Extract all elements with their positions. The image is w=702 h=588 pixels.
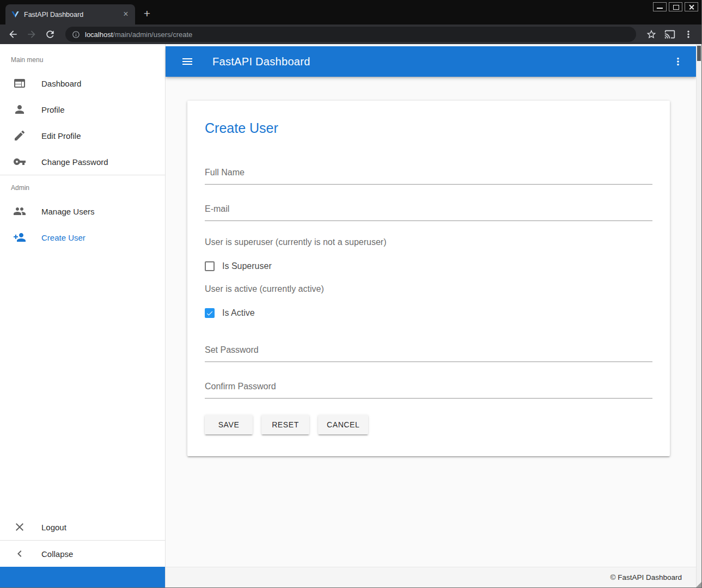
page-info-icon[interactable] xyxy=(72,30,80,39)
sidebar-item-label: Manage Users xyxy=(41,207,95,216)
full-name-field xyxy=(205,164,652,185)
page-body: Main menu Dashboard Profile Edit Profile xyxy=(0,44,701,587)
people-icon xyxy=(13,205,26,218)
confirm-password-field xyxy=(205,378,652,399)
confirm-password-input[interactable] xyxy=(205,378,652,399)
scrollbar-thumb[interactable] xyxy=(697,46,701,61)
kebab-menu-icon xyxy=(672,56,684,68)
active-checkbox-row: Is Active xyxy=(205,308,652,318)
main-area: FastAPI Dashboard Create User User is su… xyxy=(166,44,696,587)
star-icon xyxy=(646,29,657,40)
create-user-card: Create User User is superuser (currently… xyxy=(187,101,670,456)
window-controls xyxy=(653,2,698,11)
is-active-checkbox[interactable] xyxy=(205,308,215,318)
dashboard-icon xyxy=(13,77,26,90)
set-password-field xyxy=(205,342,652,362)
vuetify-favicon xyxy=(11,10,20,19)
sidebar-item-label: Dashboard xyxy=(41,79,81,88)
email-input[interactable] xyxy=(205,201,652,221)
form-buttons: SAVE RESET CANCEL xyxy=(205,415,652,434)
copyright-text: © FastAPI Dashboard xyxy=(610,573,682,581)
superuser-checkbox-row: Is Superuser xyxy=(205,261,652,271)
sidebar-item-label: Change Password xyxy=(41,157,108,167)
kebab-menu-icon xyxy=(683,29,694,40)
sidebar: Main menu Dashboard Profile Edit Profile xyxy=(0,44,166,587)
bookmark-button[interactable] xyxy=(644,27,659,42)
back-button[interactable] xyxy=(5,27,21,42)
browser-menu-button[interactable] xyxy=(681,27,696,42)
cast-button[interactable] xyxy=(662,27,677,42)
sidebar-spacer xyxy=(0,250,165,514)
resize-grip xyxy=(696,582,701,587)
pencil-icon xyxy=(13,129,26,142)
sidebar-item-collapse[interactable]: Collapse xyxy=(0,541,165,567)
close-x-icon xyxy=(13,520,26,534)
checkbox-label: Is Active xyxy=(222,308,255,318)
person-add-icon xyxy=(13,231,26,244)
chevron-left-icon xyxy=(13,547,26,560)
hamburger-menu-button[interactable] xyxy=(180,54,195,69)
reload-button[interactable] xyxy=(42,27,58,42)
sidebar-section-main-menu: Main menu xyxy=(0,44,165,70)
sidebar-item-create-user[interactable]: Create User xyxy=(0,224,165,250)
content-area: Create User User is superuser (currently… xyxy=(166,77,696,567)
active-hint: User is active (currently active) xyxy=(205,284,652,294)
is-superuser-checkbox[interactable] xyxy=(205,261,215,271)
email-field xyxy=(205,201,652,221)
full-name-input[interactable] xyxy=(205,164,652,185)
url-path: /main/admin/users/create xyxy=(113,30,192,39)
superuser-hint: User is superuser (currently is not a su… xyxy=(205,237,652,247)
sidebar-footer-bar xyxy=(0,567,165,587)
sidebar-item-profile[interactable]: Profile xyxy=(0,96,165,122)
browser-titlebar: FastAPI Dashboard × + xyxy=(0,0,701,24)
sidebar-item-label: Create User xyxy=(41,233,86,242)
sidebar-item-manage-users[interactable]: Manage Users xyxy=(0,198,165,224)
sidebar-item-label: Edit Profile xyxy=(41,131,81,140)
sidebar-item-edit-profile[interactable]: Edit Profile xyxy=(0,122,165,149)
sidebar-section-admin: Admin xyxy=(0,175,165,198)
reload-icon xyxy=(45,29,56,40)
save-button[interactable]: SAVE xyxy=(205,415,253,434)
page-title: Create User xyxy=(205,120,652,136)
key-icon xyxy=(13,155,26,168)
browser-tab[interactable]: FastAPI Dashboard × xyxy=(5,4,135,24)
page-footer: © FastAPI Dashboard xyxy=(166,567,696,587)
window-minimize-button[interactable] xyxy=(653,2,667,11)
check-icon xyxy=(206,309,213,317)
appbar-menu-button[interactable] xyxy=(670,53,686,70)
window-close-button[interactable] xyxy=(685,2,698,11)
set-password-input[interactable] xyxy=(205,342,652,362)
appbar-title: FastAPI Dashboard xyxy=(212,56,310,68)
tab-title: FastAPI Dashboard xyxy=(24,11,117,19)
browser-window: FastAPI Dashboard × + localhost/main/adm… xyxy=(0,0,702,588)
checkbox-label: Is Superuser xyxy=(222,261,272,271)
new-tab-button[interactable]: + xyxy=(139,7,155,22)
sidebar-item-label: Logout xyxy=(41,523,66,532)
forward-arrow-icon xyxy=(26,29,37,40)
sidebar-item-label: Collapse xyxy=(41,549,73,559)
hamburger-icon xyxy=(181,55,194,68)
cast-icon xyxy=(664,29,675,40)
person-icon xyxy=(13,103,26,116)
sidebar-item-change-password[interactable]: Change Password xyxy=(0,149,165,175)
address-bar[interactable]: localhost/main/admin/users/create xyxy=(65,27,636,42)
cancel-button[interactable]: CANCEL xyxy=(318,415,368,434)
browser-toolbar: localhost/main/admin/users/create xyxy=(0,24,701,44)
vertical-scrollbar[interactable] xyxy=(696,44,701,587)
forward-button[interactable] xyxy=(24,27,39,42)
reset-button[interactable]: RESET xyxy=(261,415,309,434)
url-text: localhost/main/admin/users/create xyxy=(85,29,192,39)
sidebar-item-label: Profile xyxy=(41,105,65,114)
back-arrow-icon xyxy=(8,29,19,40)
url-host: localhost xyxy=(85,30,113,39)
app-bar: FastAPI Dashboard xyxy=(166,46,696,77)
window-maximize-button[interactable] xyxy=(669,2,682,11)
sidebar-item-dashboard[interactable]: Dashboard xyxy=(0,70,165,96)
tab-close-icon[interactable]: × xyxy=(121,10,131,20)
sidebar-item-logout[interactable]: Logout xyxy=(0,514,165,540)
